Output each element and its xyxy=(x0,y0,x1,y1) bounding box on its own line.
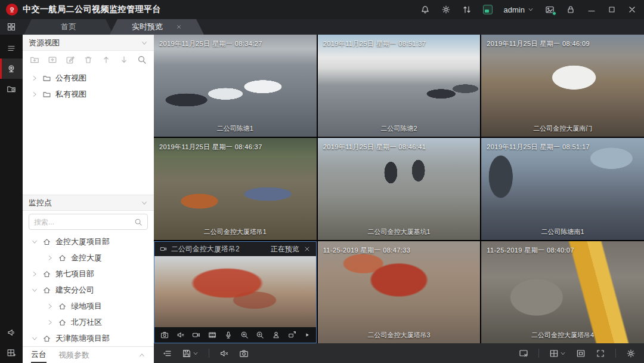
close-icon[interactable] xyxy=(627,5,637,14)
settings-icon[interactable] xyxy=(441,5,451,14)
snapshot-all-icon[interactable] xyxy=(239,349,249,358)
tab-live-preview[interactable]: 实时预览 xyxy=(110,19,204,35)
theme-icon[interactable] xyxy=(483,5,493,14)
menu-icon[interactable] xyxy=(0,38,23,59)
chevron-down-icon xyxy=(528,7,534,13)
chevron-down-icon xyxy=(560,350,566,356)
add-view-icon[interactable] xyxy=(48,55,57,64)
mute-icon[interactable] xyxy=(177,331,185,339)
tab-video-params[interactable]: 视频参数 xyxy=(58,347,89,363)
tab-close-icon[interactable] xyxy=(176,24,182,30)
screenshot-icon[interactable] xyxy=(545,5,555,14)
tab-label: 实时预览 xyxy=(132,21,163,32)
lock-icon[interactable] xyxy=(566,5,575,14)
ptz-icon[interactable] xyxy=(288,331,296,339)
delete-icon[interactable] xyxy=(83,55,93,64)
home-icon xyxy=(42,286,51,294)
chevron-right-icon[interactable] xyxy=(31,270,38,278)
video-tile-2[interactable]: 2019年11月25日 星期一 08:51:37 二公司陈塘2 xyxy=(318,35,481,137)
chevron-right-icon[interactable] xyxy=(47,319,54,326)
chevron-right-icon[interactable] xyxy=(31,75,38,82)
move-down-icon[interactable] xyxy=(119,55,129,64)
instant-playback-icon[interactable] xyxy=(208,331,216,339)
camera-timestamp: 2019年11月25日 星期一 08:51:37 xyxy=(323,39,426,48)
camera-tree-icon[interactable] xyxy=(0,59,23,79)
zoom-3d-icon[interactable] xyxy=(256,331,264,339)
resource-view-header[interactable]: 资源视图 xyxy=(23,35,154,51)
transfer-icon[interactable] xyxy=(462,5,472,14)
single-screen-icon[interactable] xyxy=(576,349,586,358)
video-tile-1[interactable]: 2019年11月25日 星期一 08:34:27 二公司陈塘1 xyxy=(154,35,317,137)
video-tile-4[interactable]: 2019年11月25日 星期一 08:46:37 二公司金控大厦塔吊1 xyxy=(154,138,317,240)
maximize-icon[interactable] xyxy=(608,5,616,14)
fullscreen-icon[interactable] xyxy=(596,349,605,358)
tree-item-label: 建安分公司 xyxy=(55,285,94,296)
apps-grid-icon[interactable] xyxy=(0,19,23,35)
camera-timestamp: 11-25-2019 星期一 08:47:33 xyxy=(323,246,411,255)
stream-list-icon[interactable] xyxy=(162,349,172,358)
titlebar: 中交一航局二公司视频监控管理平台 admin xyxy=(0,0,644,19)
monitor-points-header[interactable]: 监控点 xyxy=(23,195,154,211)
titlebar-actions: admin xyxy=(420,5,637,14)
broadcast-icon[interactable] xyxy=(0,322,23,343)
search-icon[interactable] xyxy=(134,218,143,226)
view-folder-icon[interactable] xyxy=(0,79,23,99)
video-tile-9[interactable]: 11-25-2019 星期一 08:40:07 二公司金控大厦塔吊4 xyxy=(481,241,644,343)
preset-icon[interactable] xyxy=(272,331,280,339)
talk-mic-icon[interactable] xyxy=(224,331,233,339)
tree-item-private-views[interactable]: 私有视图 xyxy=(23,86,154,102)
video-feed xyxy=(318,241,481,343)
save-view-icon[interactable] xyxy=(182,349,199,358)
tree-item-site[interactable]: 建安分公司 xyxy=(23,282,154,298)
add-group-icon[interactable] xyxy=(30,55,39,64)
edit-icon[interactable] xyxy=(66,55,75,64)
video-tile-7-selected[interactable]: 二公司金控大厦塔吊2 正在预览 xyxy=(154,241,317,343)
chevron-down-icon xyxy=(141,39,148,47)
camera-name: 二公司金控大厦塔吊2 xyxy=(171,244,240,254)
tree-item-site[interactable]: 天津陈塘项目部 xyxy=(23,330,154,346)
tab-ptz[interactable]: 云台 xyxy=(31,347,47,363)
move-up-icon[interactable] xyxy=(101,55,111,64)
close-all-icon[interactable] xyxy=(519,349,528,358)
home-icon xyxy=(42,238,51,246)
video-tile-5[interactable]: 2019年11月25日 星期一 08:46:41 二公司金控大厦基坑1 xyxy=(318,138,481,240)
minimize-icon[interactable] xyxy=(587,5,596,14)
tree-item-site[interactable]: 绿地项目 xyxy=(23,298,154,314)
tree-item-site[interactable]: 北万社区 xyxy=(23,314,154,330)
mute-all-icon[interactable] xyxy=(219,349,229,358)
bell-icon[interactable] xyxy=(420,5,430,14)
section-title: 监控点 xyxy=(29,198,52,208)
chevron-down-icon[interactable] xyxy=(31,335,38,342)
camera-timestamp: 11-25-2019 星期一 08:40:07 xyxy=(487,246,574,255)
chevron-down-icon[interactable] xyxy=(31,287,38,294)
tree-item-site[interactable]: 金控大厦项目部 xyxy=(23,233,154,250)
camera-name-overlay: 二公司金控大厦塔吊1 xyxy=(154,227,317,236)
close-icon[interactable] xyxy=(304,245,311,253)
monitor-search-box xyxy=(29,214,148,230)
record-icon[interactable] xyxy=(192,331,200,339)
digital-zoom-icon[interactable] xyxy=(240,331,249,339)
video-tile-8[interactable]: 11-25-2019 星期一 08:47:33 二公司金控大厦塔吊3 xyxy=(318,241,481,343)
tab-home[interactable]: 首页 xyxy=(24,19,113,35)
layout-grid-icon[interactable] xyxy=(549,349,566,358)
tree-item-public-views[interactable]: 公有视图 xyxy=(23,70,154,86)
chevron-down-icon[interactable] xyxy=(31,238,38,245)
search-icon[interactable] xyxy=(137,55,147,64)
settings-icon[interactable] xyxy=(626,349,636,358)
chevron-right-icon[interactable] xyxy=(47,254,54,262)
more-icon[interactable] xyxy=(304,332,310,338)
content-area: 2019年11月25日 星期一 08:34:27 二公司陈塘1 2019年11月… xyxy=(154,35,644,363)
video-feed xyxy=(481,35,644,137)
video-tile-3[interactable]: 2019年11月25日 星期一 08:46:09 二公司金控大厦南门 xyxy=(481,35,644,137)
tree-item-site[interactable]: 第七项目部 xyxy=(23,266,154,282)
search-input[interactable] xyxy=(34,218,131,226)
tree-item-site[interactable]: 金控大厦 xyxy=(23,250,154,266)
chevron-right-icon[interactable] xyxy=(31,91,38,98)
chevron-up-icon[interactable] xyxy=(138,352,145,359)
user-menu[interactable]: admin xyxy=(504,5,534,14)
chevron-right-icon[interactable] xyxy=(47,303,54,310)
wall-add-icon[interactable] xyxy=(0,343,23,363)
camera-timestamp: 2019年11月25日 星期一 08:46:37 xyxy=(159,143,262,152)
video-tile-6[interactable]: 2019年11月25日 星期一 08:51:17 二公司陈塘南1 xyxy=(481,138,644,240)
snapshot-icon[interactable] xyxy=(160,331,169,339)
